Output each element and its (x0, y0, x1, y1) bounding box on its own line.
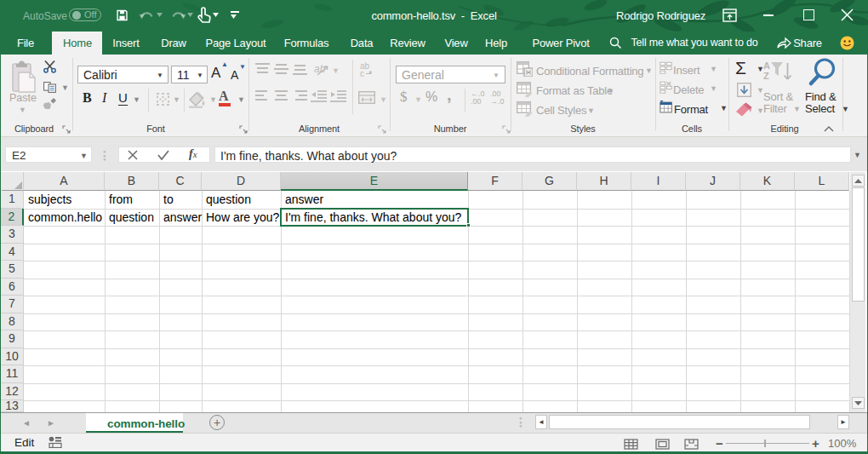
svg-text:c: c (360, 69, 364, 78)
